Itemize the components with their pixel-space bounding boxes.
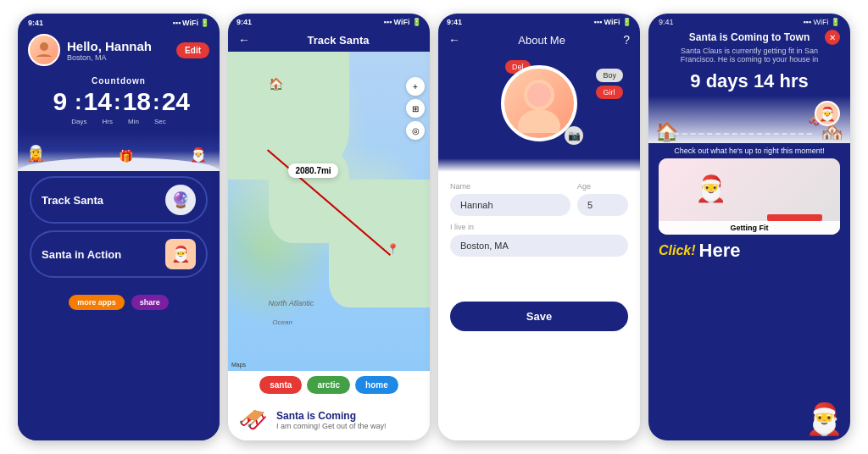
phone2-header: ← Track Santa xyxy=(228,28,430,52)
svg-point-3 xyxy=(518,109,560,133)
phone2-status-bar: 9:41 ▪▪▪ WiFi 🔋 xyxy=(228,14,430,28)
min-number: 18 xyxy=(123,87,151,116)
santa-in-action-button[interactable]: Santa in Action 🎅 xyxy=(30,230,208,278)
girl-button[interactable]: Girl xyxy=(596,86,623,99)
hrs-label: Hrs xyxy=(103,118,113,125)
phone4-status-bar: 9:41 ▪▪▪ WiFi 🔋 xyxy=(648,14,850,28)
countdown-label: Countdown xyxy=(18,76,220,86)
santa-coming-title: Santa is Coming xyxy=(276,410,387,422)
phone1-header: Hello, Hannah Boston, MA Edit xyxy=(18,29,220,71)
phone3-time: 9:41 xyxy=(447,18,462,26)
header-text: Hello, Hannah Boston, MA xyxy=(67,39,170,62)
map-ocean-label1: North Atlantic xyxy=(269,299,314,307)
gender-buttons: Boy Girl xyxy=(596,69,623,99)
home-filter-button[interactable]: home xyxy=(355,376,398,394)
age-label: Age xyxy=(577,182,628,191)
map-attribution: Maps xyxy=(231,362,246,368)
map-layers-button[interactable]: ⊞ xyxy=(406,99,425,118)
map-ocean-label2: Ocean xyxy=(272,318,292,326)
santa-coming-bar: 🛷 Santa is Coming I am coming! Get out o… xyxy=(228,399,430,440)
buttons-container: Track Santa 🔮 Santa in Action 🎅 xyxy=(18,171,220,290)
help-icon[interactable]: ? xyxy=(623,33,630,47)
map-filter-buttons: santa arctic home xyxy=(228,371,430,399)
bottom-santa-icon: 🎅 xyxy=(805,401,843,437)
location-row: I live in Boston, MA xyxy=(450,223,628,257)
map-pin-santa: 📍 xyxy=(387,243,399,255)
wifi-icon: WiFi xyxy=(182,19,198,27)
name-group: Name Hannah xyxy=(450,182,570,216)
svg-point-0 xyxy=(40,42,48,51)
map-location-button[interactable]: ◎ xyxy=(406,121,425,140)
location-input[interactable]: Boston, MA xyxy=(450,235,628,257)
close-button[interactable]: ✕ xyxy=(825,30,840,45)
phone3-title: About Me xyxy=(467,34,616,47)
scene-path xyxy=(674,133,812,135)
santa-action-icon: 🎅 xyxy=(165,239,196,269)
video-content: 🎅 Getting Fit xyxy=(659,158,840,235)
check-out-label: Check out what he's up to right this mom… xyxy=(648,143,850,158)
phone1-time: 9:41 xyxy=(28,19,43,27)
phone4-time: 9:41 xyxy=(659,18,674,26)
phone4-title: Santa is Coming to Town xyxy=(689,31,810,43)
santa-avatar: 🎅 xyxy=(815,101,840,126)
phone1-status-bar: 9:41 ▪▪▪ WiFi 🔋 xyxy=(18,14,220,29)
map-distance-label: 2080.7mi xyxy=(288,163,337,178)
battery-icon: 🔋 xyxy=(200,19,209,27)
share-button[interactable]: share xyxy=(131,295,169,310)
form-section: Name Hannah Age 5 I live in Boston, MA xyxy=(438,172,640,295)
sec-number: 24 xyxy=(162,87,190,116)
days-display: 9 days 14 hrs xyxy=(648,67,850,96)
icicles-divider xyxy=(438,158,640,172)
map-plus-button[interactable]: + xyxy=(406,77,425,96)
save-button[interactable]: Save xyxy=(450,302,628,331)
santa-filter-button[interactable]: santa xyxy=(259,376,302,394)
signal-icon3: ▪▪▪ WiFi 🔋 xyxy=(594,18,632,26)
name-label: Name xyxy=(450,182,570,191)
map-land-south xyxy=(329,180,430,307)
map-side-buttons: + ⊞ ◎ xyxy=(406,77,425,140)
phone3-bottom xyxy=(438,338,640,440)
phone1-home: 9:41 ▪▪▪ WiFi 🔋 Hello, Hannah Boston, MA… xyxy=(18,14,220,440)
video-thumbnail[interactable]: 🎅 Getting Fit xyxy=(659,158,840,235)
hrs-number: 14 xyxy=(84,87,112,116)
track-santa-icon: 🔮 xyxy=(165,185,196,215)
days-label: Days xyxy=(71,118,86,125)
sep1: : xyxy=(75,89,82,115)
live-in-label: I live in xyxy=(450,223,628,231)
countdown-numbers: 9 : 14 : 18 : 24 xyxy=(18,87,220,116)
countdown-units: Days Hrs Min Sec xyxy=(18,118,220,125)
name-age-row: Name Hannah Age 5 xyxy=(450,182,628,216)
app-container: 9:41 ▪▪▪ WiFi 🔋 Hello, Hannah Boston, MA… xyxy=(0,0,868,454)
elf-icon: 🧝 xyxy=(26,144,45,163)
house-left-icon: 🏠 xyxy=(655,121,678,143)
more-apps-button[interactable]: more apps xyxy=(69,295,125,310)
gift-icon: 🎁 xyxy=(119,149,133,163)
name-input[interactable]: Hannah xyxy=(450,194,570,216)
phone3-about: 9:41 ▪▪▪ WiFi 🔋 ← About Me ? Del 📷 Boy G… xyxy=(438,14,640,440)
phone3-signal: ▪▪▪ WiFi 🔋 xyxy=(594,18,632,26)
here-label[interactable]: Here xyxy=(699,240,741,262)
phone4-header: Santa is Coming to Town ✕ xyxy=(648,28,850,47)
santa-coming-text: Santa is Coming I am coming! Get out of … xyxy=(276,410,387,430)
red-bar xyxy=(767,214,821,221)
phone2-track: 9:41 ▪▪▪ WiFi 🔋 ← Track Santa 🏠 📍 2080.7… xyxy=(228,14,430,440)
phone3-header: ← About Me ? xyxy=(438,28,640,52)
signal-icon: ▪▪▪ xyxy=(173,19,181,27)
age-input[interactable]: 5 xyxy=(577,194,628,216)
phone1-signal: ▪▪▪ WiFi 🔋 xyxy=(173,19,210,27)
phone4-bottom: 🎅 xyxy=(648,262,850,440)
map-container[interactable]: 🏠 📍 2080.7mi + ⊞ ◎ North Atlantic Ocean … xyxy=(228,52,430,371)
edit-button[interactable]: Edit xyxy=(176,42,209,58)
back-icon[interactable]: ← xyxy=(238,33,250,47)
bottom-buttons: more apps share xyxy=(18,290,220,315)
phone1-bottom-fill xyxy=(18,315,220,440)
signal-icon4: ▪▪▪ WiFi 🔋 xyxy=(803,18,840,26)
phone2-signal: ▪▪▪ WiFi 🔋 xyxy=(384,18,422,26)
arctic-filter-button[interactable]: arctic xyxy=(307,376,350,394)
click-here-section: Click! Here xyxy=(648,235,850,262)
video-label: Getting Fit xyxy=(659,221,840,235)
boy-button[interactable]: Boy xyxy=(596,69,623,82)
track-santa-button[interactable]: Track Santa 🔮 xyxy=(30,176,208,224)
phone3-back-icon[interactable]: ← xyxy=(448,33,460,47)
camera-button[interactable]: 📷 xyxy=(565,126,583,145)
